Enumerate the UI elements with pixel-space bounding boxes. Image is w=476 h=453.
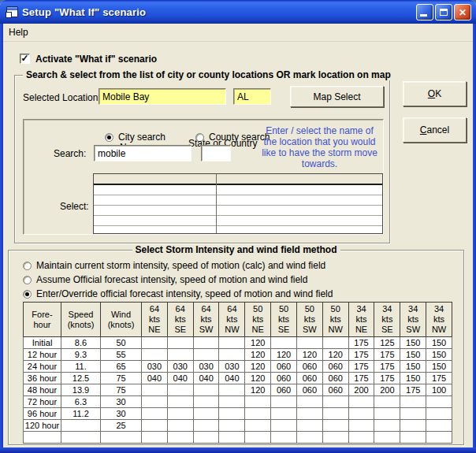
storm-data-cell[interactable]: 30 <box>101 396 142 408</box>
storm-data-cell[interactable] <box>296 396 322 408</box>
storm-data-cell[interactable] <box>193 337 219 349</box>
search-state-input[interactable] <box>201 145 231 162</box>
intensity-radio-1[interactable] <box>23 276 32 284</box>
selected-state-input[interactable] <box>233 88 271 105</box>
forecast-hour-cell[interactable]: 36 hour <box>24 373 61 384</box>
storm-data-cell[interactable]: 150 <box>400 349 426 361</box>
storm-data-cell[interactable]: 175 <box>348 361 374 373</box>
storm-data-cell[interactable]: 125 <box>374 337 400 349</box>
storm-data-cell[interactable] <box>374 396 400 408</box>
storm-data-cell[interactable] <box>348 408 374 420</box>
storm-data-cell[interactable]: 150 <box>400 373 426 384</box>
storm-data-cell[interactable]: 75 <box>101 373 142 384</box>
storm-data-cell[interactable] <box>219 432 245 444</box>
storm-data-cell[interactable]: 060 <box>296 361 322 373</box>
storm-data-cell[interactable] <box>400 396 426 408</box>
select-row[interactable] <box>94 185 382 195</box>
storm-data-cell[interactable] <box>322 337 348 349</box>
storm-data-cell[interactable] <box>193 408 219 420</box>
storm-data-cell[interactable] <box>193 349 219 361</box>
storm-data-cell[interactable]: 060 <box>296 373 322 384</box>
forecast-hour-cell[interactable]: Initial <box>24 337 61 349</box>
storm-data-cell[interactable] <box>142 349 168 361</box>
storm-data-cell[interactable] <box>271 420 297 432</box>
select-table-body[interactable] <box>94 185 382 234</box>
storm-data-cell[interactable]: 030 <box>142 361 168 373</box>
select-results-table[interactable] <box>93 173 383 234</box>
storm-data-cell[interactable] <box>245 396 271 408</box>
storm-data-cell[interactable]: 11. <box>61 361 101 373</box>
storm-data-cell[interactable]: 100 <box>426 384 452 396</box>
storm-data-cell[interactable] <box>400 408 426 420</box>
storm-data-cell[interactable] <box>426 420 452 432</box>
storm-data-cell[interactable]: 150 <box>426 349 452 361</box>
maximize-button[interactable] <box>435 4 452 20</box>
forecast-hour-cell[interactable] <box>24 432 61 444</box>
storm-data-cell[interactable]: 9.3 <box>61 349 101 361</box>
storm-data-cell[interactable] <box>167 396 193 408</box>
storm-data-cell[interactable] <box>322 396 348 408</box>
activate-checkbox-label[interactable]: Activate "What if" scenario <box>35 54 157 65</box>
storm-data-cell[interactable]: 13.9 <box>61 384 101 396</box>
storm-data-cell[interactable]: 175 <box>348 337 374 349</box>
storm-data-cell[interactable] <box>296 420 322 432</box>
storm-data-cell[interactable]: 50 <box>101 337 142 349</box>
storm-data-cell[interactable] <box>167 432 193 444</box>
title-bar[interactable]: Setup "What If" scenario ✕ <box>0 0 476 24</box>
storm-data-cell[interactable]: 175 <box>374 373 400 384</box>
storm-data-cell[interactable] <box>348 420 374 432</box>
storm-data-cell[interactable] <box>296 337 322 349</box>
storm-data-cell[interactable]: 060 <box>322 384 348 396</box>
storm-data-cell[interactable]: 030 <box>193 361 219 373</box>
storm-data-cell[interactable] <box>219 396 245 408</box>
storm-data-cell[interactable] <box>219 408 245 420</box>
storm-data-cell[interactable]: 11.2 <box>61 408 101 420</box>
storm-data-cell[interactable] <box>374 420 400 432</box>
storm-data-cell[interactable] <box>167 408 193 420</box>
storm-data-cell[interactable] <box>167 337 193 349</box>
storm-data-cell[interactable] <box>142 337 168 349</box>
storm-data-cell[interactable]: 25 <box>101 420 142 432</box>
storm-data-cell[interactable]: 120 <box>271 349 297 361</box>
storm-data-cell[interactable] <box>245 432 271 444</box>
storm-data-cell[interactable]: 55 <box>101 349 142 361</box>
storm-data-cell[interactable]: 30 <box>101 408 142 420</box>
forecast-hour-cell[interactable]: 72 hour <box>24 396 61 408</box>
storm-data-cell[interactable] <box>296 432 322 444</box>
storm-data-cell[interactable] <box>374 432 400 444</box>
storm-data-cell[interactable]: 120 <box>245 361 271 373</box>
storm-data-cell[interactable]: 65 <box>101 361 142 373</box>
storm-data-cell[interactable] <box>400 432 426 444</box>
storm-data-cell[interactable]: 060 <box>322 361 348 373</box>
select-row[interactable] <box>94 226 382 234</box>
storm-data-cell[interactable] <box>426 396 452 408</box>
storm-data-cell[interactable]: 120 <box>245 349 271 361</box>
storm-data-cell[interactable]: 12.5 <box>61 373 101 384</box>
storm-data-cell[interactable]: 150 <box>426 337 452 349</box>
storm-data-cell[interactable]: 175 <box>426 373 452 384</box>
storm-data-cell[interactable] <box>322 408 348 420</box>
storm-data-cell[interactable]: 060 <box>271 361 297 373</box>
intensity-option-0-label[interactable]: Maintain current storm intensity, speed … <box>36 260 325 271</box>
storm-data-cell[interactable] <box>142 408 168 420</box>
intensity-radio-0[interactable] <box>23 262 32 270</box>
close-button[interactable]: ✕ <box>454 4 471 20</box>
storm-data-cell[interactable]: 030 <box>167 361 193 373</box>
select-row[interactable] <box>94 206 382 216</box>
storm-data-cell[interactable] <box>219 384 245 396</box>
storm-data-cell[interactable] <box>426 432 452 444</box>
forecast-hour-cell[interactable]: 48 hour <box>24 384 61 396</box>
storm-data-cell[interactable] <box>322 432 348 444</box>
storm-data-cell[interactable]: 6.3 <box>61 396 101 408</box>
select-row[interactable] <box>94 216 382 226</box>
storm-data-cell[interactable]: 060 <box>296 384 322 396</box>
storm-data-cell[interactable]: 120 <box>245 373 271 384</box>
storm-data-cell[interactable]: 040 <box>167 373 193 384</box>
storm-data-cell[interactable]: 040 <box>219 373 245 384</box>
storm-data-cell[interactable]: 175 <box>348 349 374 361</box>
storm-data-cell[interactable] <box>167 384 193 396</box>
storm-data-cell[interactable] <box>193 420 219 432</box>
search-name-input[interactable] <box>94 145 192 162</box>
storm-data-cell[interactable] <box>374 408 400 420</box>
storm-data-cell[interactable] <box>271 396 297 408</box>
